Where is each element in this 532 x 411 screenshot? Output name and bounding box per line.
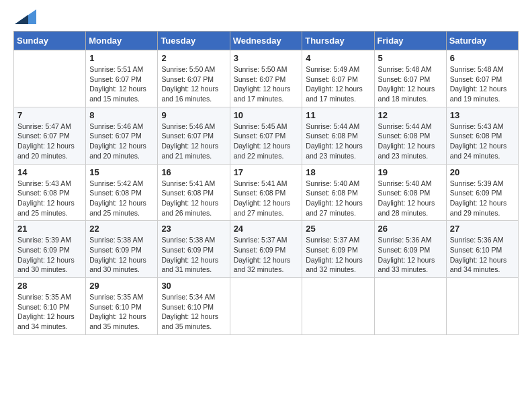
- calendar-cell: 25Sunrise: 5:37 AM Sunset: 6:09 PM Dayli…: [302, 221, 374, 278]
- day-number: 13: [450, 110, 515, 120]
- page-header: [13, 13, 519, 24]
- calendar-cell: 26Sunrise: 5:36 AM Sunset: 6:09 PM Dayli…: [374, 221, 446, 278]
- weekday-header-thursday: Thursday: [302, 32, 374, 50]
- week-row-2: 7Sunrise: 5:47 AM Sunset: 6:07 PM Daylig…: [14, 107, 519, 164]
- calendar-cell: 4Sunrise: 5:49 AM Sunset: 6:07 PM Daylig…: [302, 50, 374, 107]
- day-info: Sunrise: 5:37 AM Sunset: 6:09 PM Dayligh…: [306, 235, 370, 275]
- day-number: 25: [306, 224, 370, 234]
- day-info: Sunrise: 5:44 AM Sunset: 6:08 PM Dayligh…: [378, 122, 443, 161]
- day-info: Sunrise: 5:43 AM Sunset: 6:08 PM Dayligh…: [450, 122, 515, 161]
- calendar-cell: 28Sunrise: 5:35 AM Sunset: 6:10 PM Dayli…: [14, 278, 86, 335]
- day-info: Sunrise: 5:38 AM Sunset: 6:09 PM Dayligh…: [161, 235, 226, 275]
- calendar-cell: 13Sunrise: 5:43 AM Sunset: 6:08 PM Dayli…: [446, 107, 518, 164]
- calendar-cell: [446, 278, 518, 335]
- day-info: Sunrise: 5:42 AM Sunset: 6:08 PM Dayligh…: [89, 179, 154, 218]
- day-info: Sunrise: 5:36 AM Sunset: 6:10 PM Dayligh…: [450, 235, 515, 275]
- calendar-cell: 22Sunrise: 5:38 AM Sunset: 6:09 PM Dayli…: [86, 221, 158, 278]
- day-info: Sunrise: 5:50 AM Sunset: 6:07 PM Dayligh…: [234, 64, 299, 104]
- day-number: 22: [89, 224, 154, 234]
- weekday-header-wednesday: Wednesday: [230, 32, 302, 50]
- calendar-table: SundayMondayTuesdayWednesdayThursdayFrid…: [13, 31, 519, 335]
- svg-marker-1: [15, 15, 28, 24]
- week-row-5: 28Sunrise: 5:35 AM Sunset: 6:10 PM Dayli…: [14, 278, 519, 335]
- calendar-cell: 15Sunrise: 5:42 AM Sunset: 6:08 PM Dayli…: [86, 164, 158, 221]
- day-number: 2: [161, 53, 226, 63]
- week-row-3: 14Sunrise: 5:43 AM Sunset: 6:08 PM Dayli…: [14, 164, 519, 221]
- calendar-cell: 8Sunrise: 5:46 AM Sunset: 6:07 PM Daylig…: [86, 107, 158, 164]
- day-number: 6: [450, 53, 515, 63]
- day-info: Sunrise: 5:37 AM Sunset: 6:09 PM Dayligh…: [234, 235, 299, 275]
- calendar-cell: 24Sunrise: 5:37 AM Sunset: 6:09 PM Dayli…: [230, 221, 302, 278]
- calendar-cell: 21Sunrise: 5:39 AM Sunset: 6:09 PM Dayli…: [14, 221, 86, 278]
- calendar-cell: 7Sunrise: 5:47 AM Sunset: 6:07 PM Daylig…: [14, 107, 86, 164]
- day-number: 29: [89, 281, 154, 291]
- calendar-cell: [14, 50, 86, 107]
- day-number: 19: [378, 167, 443, 177]
- logo-icon: [15, 9, 36, 24]
- day-number: 1: [89, 53, 154, 63]
- day-info: Sunrise: 5:44 AM Sunset: 6:08 PM Dayligh…: [306, 122, 370, 161]
- day-number: 5: [378, 53, 443, 63]
- weekday-header-saturday: Saturday: [446, 32, 518, 50]
- day-number: 8: [89, 110, 154, 120]
- calendar-cell: 27Sunrise: 5:36 AM Sunset: 6:10 PM Dayli…: [446, 221, 518, 278]
- day-info: Sunrise: 5:35 AM Sunset: 6:10 PM Dayligh…: [89, 292, 154, 332]
- day-number: 10: [234, 110, 299, 120]
- day-info: Sunrise: 5:40 AM Sunset: 6:08 PM Dayligh…: [306, 179, 370, 218]
- day-info: Sunrise: 5:47 AM Sunset: 6:07 PM Dayligh…: [17, 122, 82, 161]
- calendar-cell: 18Sunrise: 5:40 AM Sunset: 6:08 PM Dayli…: [302, 164, 374, 221]
- day-info: Sunrise: 5:48 AM Sunset: 6:07 PM Dayligh…: [450, 64, 515, 104]
- calendar-cell: 1Sunrise: 5:51 AM Sunset: 6:07 PM Daylig…: [86, 50, 158, 107]
- day-info: Sunrise: 5:46 AM Sunset: 6:07 PM Dayligh…: [89, 122, 154, 161]
- day-info: Sunrise: 5:38 AM Sunset: 6:09 PM Dayligh…: [89, 235, 154, 275]
- day-number: 14: [17, 167, 82, 177]
- day-info: Sunrise: 5:46 AM Sunset: 6:07 PM Dayligh…: [161, 122, 226, 161]
- day-info: Sunrise: 5:41 AM Sunset: 6:08 PM Dayligh…: [234, 179, 299, 218]
- calendar-cell: 20Sunrise: 5:39 AM Sunset: 6:09 PM Dayli…: [446, 164, 518, 221]
- day-number: 27: [450, 224, 515, 234]
- day-number: 12: [378, 110, 443, 120]
- day-info: Sunrise: 5:39 AM Sunset: 6:09 PM Dayligh…: [17, 235, 82, 275]
- day-info: Sunrise: 5:45 AM Sunset: 6:07 PM Dayligh…: [234, 122, 299, 161]
- calendar-cell: 29Sunrise: 5:35 AM Sunset: 6:10 PM Dayli…: [86, 278, 158, 335]
- day-info: Sunrise: 5:43 AM Sunset: 6:08 PM Dayligh…: [17, 179, 82, 218]
- weekday-header-monday: Monday: [86, 32, 158, 50]
- day-number: 9: [161, 110, 226, 120]
- day-number: 11: [306, 110, 370, 120]
- day-number: 16: [161, 167, 226, 177]
- day-info: Sunrise: 5:51 AM Sunset: 6:07 PM Dayligh…: [89, 64, 154, 104]
- calendar-cell: [230, 278, 302, 335]
- day-number: 28: [17, 281, 82, 291]
- day-info: Sunrise: 5:34 AM Sunset: 6:10 PM Dayligh…: [161, 292, 226, 332]
- calendar-cell: 14Sunrise: 5:43 AM Sunset: 6:08 PM Dayli…: [14, 164, 86, 221]
- day-number: 26: [378, 224, 443, 234]
- day-number: 24: [234, 224, 299, 234]
- logo: [13, 13, 36, 24]
- day-info: Sunrise: 5:50 AM Sunset: 6:07 PM Dayligh…: [161, 64, 226, 104]
- weekday-header-row: SundayMondayTuesdayWednesdayThursdayFrid…: [14, 32, 519, 50]
- day-info: Sunrise: 5:36 AM Sunset: 6:09 PM Dayligh…: [378, 235, 443, 275]
- day-info: Sunrise: 5:49 AM Sunset: 6:07 PM Dayligh…: [306, 64, 370, 104]
- calendar-cell: 10Sunrise: 5:45 AM Sunset: 6:07 PM Dayli…: [230, 107, 302, 164]
- day-number: 30: [161, 281, 226, 291]
- day-info: Sunrise: 5:40 AM Sunset: 6:08 PM Dayligh…: [378, 179, 443, 218]
- calendar-cell: 2Sunrise: 5:50 AM Sunset: 6:07 PM Daylig…: [158, 50, 230, 107]
- day-number: 7: [17, 110, 82, 120]
- calendar-cell: 30Sunrise: 5:34 AM Sunset: 6:10 PM Dayli…: [158, 278, 230, 335]
- calendar-cell: 6Sunrise: 5:48 AM Sunset: 6:07 PM Daylig…: [446, 50, 518, 107]
- calendar-cell: 9Sunrise: 5:46 AM Sunset: 6:07 PM Daylig…: [158, 107, 230, 164]
- calendar-cell: 16Sunrise: 5:41 AM Sunset: 6:08 PM Dayli…: [158, 164, 230, 221]
- day-info: Sunrise: 5:48 AM Sunset: 6:07 PM Dayligh…: [378, 64, 443, 104]
- calendar-cell: 17Sunrise: 5:41 AM Sunset: 6:08 PM Dayli…: [230, 164, 302, 221]
- calendar-cell: 3Sunrise: 5:50 AM Sunset: 6:07 PM Daylig…: [230, 50, 302, 107]
- week-row-1: 1Sunrise: 5:51 AM Sunset: 6:07 PM Daylig…: [14, 50, 519, 107]
- calendar-cell: [374, 278, 446, 335]
- day-number: 3: [234, 53, 299, 63]
- calendar-cell: 23Sunrise: 5:38 AM Sunset: 6:09 PM Dayli…: [158, 221, 230, 278]
- day-number: 21: [17, 224, 82, 234]
- calendar-cell: 19Sunrise: 5:40 AM Sunset: 6:08 PM Dayli…: [374, 164, 446, 221]
- day-number: 4: [306, 53, 370, 63]
- weekday-header-tuesday: Tuesday: [158, 32, 230, 50]
- weekday-header-sunday: Sunday: [14, 32, 86, 50]
- day-info: Sunrise: 5:39 AM Sunset: 6:09 PM Dayligh…: [450, 179, 515, 218]
